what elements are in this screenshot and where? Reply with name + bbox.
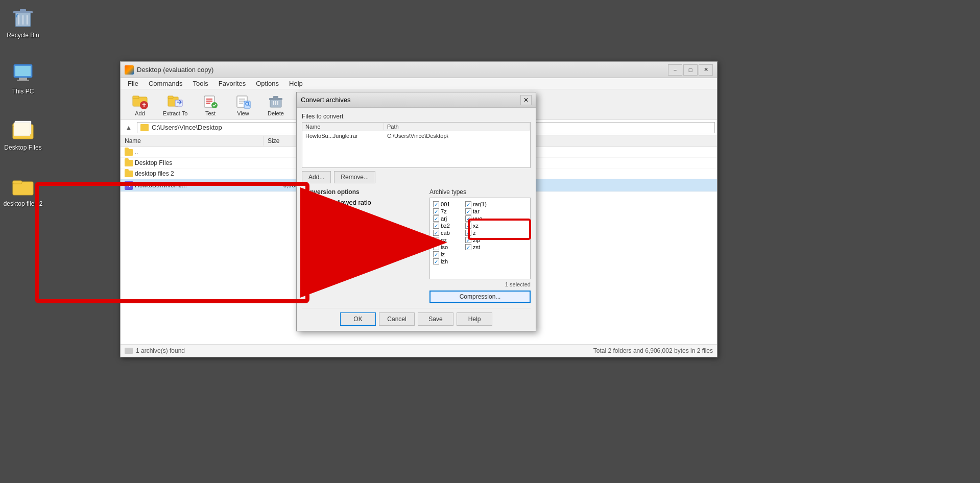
- checkbox-001[interactable]: [433, 201, 439, 207]
- label-7z: 7z: [441, 208, 447, 214]
- delete-original-checkbox[interactable]: [302, 250, 308, 256]
- menu-help[interactable]: Help: [284, 79, 308, 88]
- archive-type-row: gz zip: [433, 237, 527, 243]
- archive-type-row: lz: [433, 251, 527, 257]
- compression-button[interactable]: Compression...: [429, 291, 531, 303]
- archive-type-gz: gz: [433, 237, 461, 243]
- this-pc-image: [11, 61, 35, 86]
- checkbox-z[interactable]: [465, 230, 471, 236]
- save-button[interactable]: Save: [418, 312, 453, 326]
- col-name-header[interactable]: Name: [121, 136, 264, 146]
- folder-input-row: Browse...: [302, 233, 424, 245]
- toolbar-view-button[interactable]: View: [228, 90, 258, 119]
- maximize-button[interactable]: □: [683, 64, 698, 76]
- ratio-input[interactable]: [311, 209, 334, 220]
- desktop-files2-label: desktop files 2: [4, 200, 43, 207]
- checkbox-gz[interactable]: [433, 237, 439, 243]
- help-button[interactable]: Help: [457, 312, 492, 326]
- checkbox-zip[interactable]: [465, 237, 471, 243]
- label-lzh: lzh: [441, 258, 448, 264]
- checkbox-zst[interactable]: [465, 244, 471, 250]
- checkbox-uue[interactable]: [465, 215, 471, 222]
- archive-types-box: 001 rar(1) 7z: [429, 198, 531, 279]
- archive-type-iso: iso: [433, 244, 461, 250]
- recycle-bin-icon[interactable]: Recycle Bin: [3, 5, 43, 39]
- archive-type-row: lzh: [433, 258, 527, 264]
- svg-rect-15: [13, 181, 22, 184]
- title-bar: Desktop (evaluation copy) − □ ✕: [121, 62, 717, 78]
- back-button[interactable]: ▲: [123, 122, 135, 133]
- skip-encrypted-checkbox[interactable]: [302, 259, 308, 265]
- svg-rect-13: [14, 123, 30, 136]
- cell-name: ..: [121, 148, 264, 157]
- toolbar-add-button[interactable]: + Add: [125, 90, 155, 119]
- skip-encrypted-option: Skip encrypted archives: [302, 259, 424, 266]
- checkbox-arj[interactable]: [433, 215, 439, 222]
- toolbar-delete-button[interactable]: Delete: [260, 90, 291, 119]
- checkbox-cab[interactable]: [433, 230, 439, 236]
- checkbox-lzh[interactable]: [433, 258, 439, 264]
- label-cab: cab: [441, 230, 450, 236]
- files-col-name: Name: [302, 123, 384, 130]
- checkbox-tar[interactable]: [465, 208, 471, 214]
- svg-rect-8: [19, 78, 27, 80]
- delete-icon: [268, 93, 284, 109]
- checkbox-iso[interactable]: [433, 244, 439, 250]
- menu-commands[interactable]: Commands: [144, 79, 187, 88]
- close-window-button[interactable]: ✕: [699, 64, 713, 76]
- ok-button[interactable]: OK: [340, 312, 376, 326]
- toolbar-extract-button[interactable]: Extract To: [157, 90, 193, 119]
- test-label: Test: [205, 110, 216, 116]
- checkbox-7z[interactable]: [433, 208, 439, 214]
- checkbox-xz[interactable]: [465, 223, 471, 229]
- desktop-files-image: [11, 117, 35, 142]
- remove-files-button[interactable]: Remove...: [334, 171, 375, 183]
- archive-type-arj: arj: [433, 215, 461, 222]
- desktop-files2-icon[interactable]: desktop files 2: [3, 174, 43, 207]
- dialog-close-button[interactable]: ✕: [520, 95, 532, 105]
- dialog-content: Files to convert Name Path HowtoSu...Jun…: [297, 108, 536, 331]
- archive-type-001: 001: [433, 201, 461, 207]
- label-tar: tar: [473, 208, 480, 214]
- ratio-unit: percent: [345, 211, 367, 219]
- cell-name: R HowtoSuriviveinJ...: [121, 180, 264, 191]
- folder-path-input[interactable]: [302, 233, 384, 244]
- cell-name: Desktop FIles: [121, 158, 264, 167]
- lowest-ratio-checkbox[interactable]: [302, 200, 308, 206]
- add-files-button[interactable]: Add...: [302, 171, 331, 183]
- conversion-options-panel: Conversion options Lowest allowed ratio …: [302, 188, 424, 303]
- label-gz: gz: [441, 237, 447, 243]
- spinner-up[interactable]: ▲: [336, 209, 343, 214]
- archive-type-tar: tar: [465, 208, 493, 214]
- checkbox-lz[interactable]: [433, 251, 439, 257]
- minimize-button[interactable]: −: [668, 64, 682, 76]
- conversion-options-label: Conversion options: [302, 188, 424, 196]
- menu-file[interactable]: File: [123, 79, 144, 88]
- svg-rect-21: [168, 96, 173, 99]
- recycle-bin-image: [11, 5, 35, 30]
- browse-button[interactable]: Browse...: [386, 233, 424, 245]
- checkbox-rar1[interactable]: [465, 201, 471, 207]
- label-arj: arj: [441, 215, 447, 222]
- archive-type-row: 7z tar: [433, 208, 527, 214]
- menu-options[interactable]: Options: [251, 79, 284, 88]
- archive-type-row: iso zst: [433, 244, 527, 250]
- dialog-two-columns: Conversion options Lowest allowed ratio …: [302, 188, 531, 303]
- this-pc-label: This PC: [12, 88, 34, 95]
- menu-favorites[interactable]: Favorites: [213, 79, 251, 88]
- cancel-button[interactable]: Cancel: [379, 312, 415, 326]
- desktop-files-label: Desktop FIles: [4, 144, 41, 151]
- desktop-files-icon[interactable]: Desktop FIles: [3, 117, 43, 151]
- svg-rect-22: [175, 100, 182, 106]
- label-xz: xz: [473, 223, 479, 229]
- list-item[interactable]: HowtoSu...Jungle.rar C:\Users\Vince\Desk…: [302, 131, 530, 140]
- label-001: 001: [441, 201, 450, 207]
- checkbox-bz2[interactable]: [433, 223, 439, 229]
- archive-type-bz2: bz2: [433, 223, 461, 229]
- spinner-down[interactable]: ▼: [336, 214, 343, 220]
- this-pc-icon[interactable]: This PC: [3, 61, 43, 95]
- menu-tools[interactable]: Tools: [187, 79, 213, 88]
- archive-type-7z: 7z: [433, 208, 461, 214]
- archive-type-lz: lz: [433, 251, 461, 257]
- toolbar-test-button[interactable]: Test: [195, 90, 226, 119]
